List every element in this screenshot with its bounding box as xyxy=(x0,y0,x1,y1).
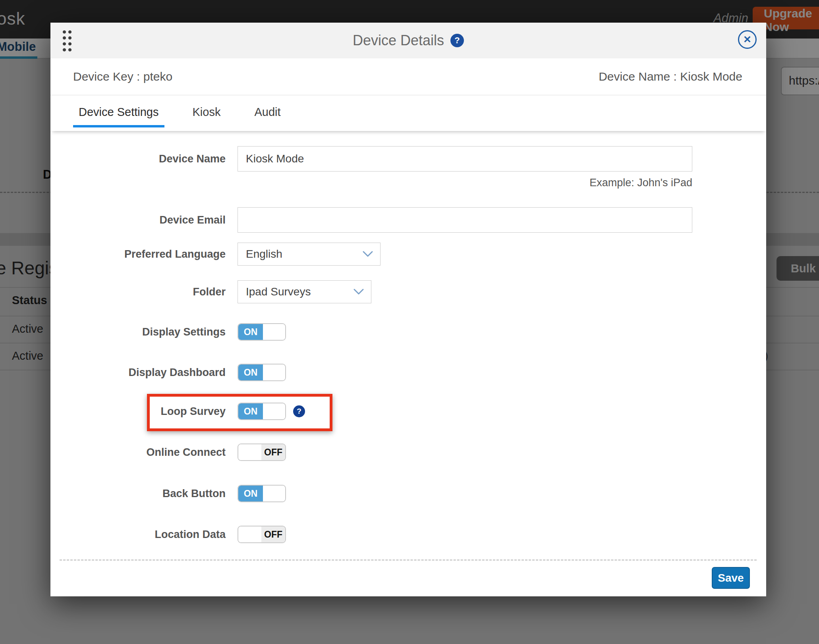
device-name-text: Device Name : Kiosk Mode xyxy=(599,70,742,83)
tab-device-settings[interactable]: Device Settings xyxy=(73,100,164,127)
tab-audit[interactable]: Audit xyxy=(249,100,286,127)
drag-handle-icon[interactable] xyxy=(62,29,73,53)
device-details-modal: Device Details ? ✕ Device Key : pteko De… xyxy=(50,23,766,596)
loop-survey-toggle[interactable]: ON xyxy=(238,403,286,420)
modal-header: Device Details ? ✕ xyxy=(50,23,766,58)
chevron-down-icon xyxy=(353,289,364,295)
preferred-language-value: English xyxy=(246,248,282,260)
footer-divider xyxy=(60,559,757,561)
close-icon[interactable]: ✕ xyxy=(738,30,757,49)
back-button-toggle[interactable]: ON xyxy=(238,485,286,502)
title-help-icon[interactable]: ? xyxy=(450,34,464,47)
display-settings-row: Display Settings ON xyxy=(50,323,766,341)
loop-survey-help-icon[interactable]: ? xyxy=(293,405,305,417)
chevron-down-icon xyxy=(363,251,373,257)
online-connect-toggle[interactable]: OFF xyxy=(238,443,286,461)
preferred-language-label: Preferred Language xyxy=(50,248,226,260)
device-name-helper: Example: John's iPad xyxy=(238,177,692,189)
folder-row: Folder Ipad Surveys xyxy=(50,280,766,303)
tab-kiosk[interactable]: Kiosk xyxy=(187,100,226,127)
loop-survey-row: Loop Survey ON ? xyxy=(50,403,766,420)
loop-survey-label: Loop Survey xyxy=(50,405,226,418)
back-button-label: Back Button xyxy=(50,488,226,500)
modal-tabs: Device Settings Kiosk Audit xyxy=(50,95,766,131)
device-key-text: Device Key : pteko xyxy=(73,70,172,83)
preferred-language-row: Preferred Language English xyxy=(50,243,766,266)
display-settings-toggle[interactable]: ON xyxy=(238,323,286,341)
preferred-language-select[interactable]: English xyxy=(238,243,381,266)
device-name-row: Device Name xyxy=(50,146,766,172)
save-button[interactable]: Save xyxy=(712,567,750,589)
display-dashboard-row: Display Dashboard ON xyxy=(50,364,766,381)
display-dashboard-label: Display Dashboard xyxy=(50,366,226,379)
online-connect-row: Online Connect OFF xyxy=(50,443,766,461)
screen: osk Admin Upgrade Now Mobile https:// D … xyxy=(0,0,819,644)
display-dashboard-toggle[interactable]: ON xyxy=(238,364,286,381)
location-data-label: Location Data xyxy=(50,528,226,541)
device-email-input[interactable] xyxy=(238,207,692,233)
device-name-label: Device Name xyxy=(50,153,226,165)
back-button-row: Back Button ON xyxy=(50,485,766,502)
device-name-input[interactable] xyxy=(238,146,692,172)
online-connect-label: Online Connect xyxy=(50,446,226,459)
location-data-toggle[interactable]: OFF xyxy=(238,526,286,543)
folder-label: Folder xyxy=(50,286,226,298)
device-key-row: Device Key : pteko Device Name : Kiosk M… xyxy=(50,58,766,95)
display-settings-label: Display Settings xyxy=(50,326,226,338)
modal-title: Device Details xyxy=(353,32,444,49)
folder-select[interactable]: Ipad Surveys xyxy=(238,280,371,303)
device-settings-form: Device Name Example: John's iPad Device … xyxy=(50,131,766,589)
folder-value: Ipad Surveys xyxy=(246,285,311,298)
device-email-label: Device Email xyxy=(50,214,226,226)
device-email-row: Device Email xyxy=(50,207,766,233)
location-data-row: Location Data OFF xyxy=(50,526,766,543)
